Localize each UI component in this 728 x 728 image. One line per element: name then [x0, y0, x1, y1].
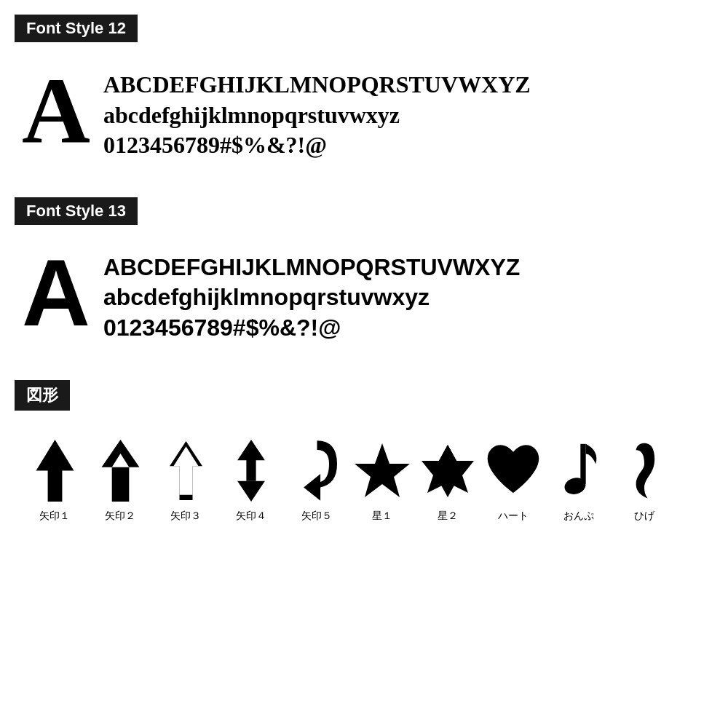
shapes-grid: 矢印１ 矢印２ 矢印３: [15, 424, 713, 530]
shape-item-arrow1: 矢印１: [22, 438, 87, 523]
font-style-13-demo: A ABCDEFGHIJKLMNOPQRSTUVWXYZ abcdefghijk…: [15, 238, 713, 358]
star2-icon: [419, 438, 477, 504]
arrow2-icon: [91, 438, 149, 504]
font-13-lowercase: abcdefghijklmnopqrstuvwxyz: [103, 282, 520, 313]
font-style-12-demo: A ABCDEFGHIJKLMNOPQRSTUVWXYZ abcdefghijk…: [15, 55, 713, 175]
font-style-12-section: Font Style 12 A ABCDEFGHIJKLMNOPQRSTUVWX…: [15, 15, 713, 175]
heart-icon: [484, 438, 542, 504]
svg-rect-11: [580, 444, 585, 484]
shapes-section: 図形 矢印１ 矢印２: [15, 380, 713, 530]
shape-item-arrow2: 矢印２: [87, 438, 153, 523]
font-13-numbers: 0123456789#$%&?!@: [103, 313, 520, 344]
shape-item-mustache: ひげ: [612, 438, 677, 523]
star2-label: 星２: [438, 510, 458, 523]
svg-marker-6: [237, 481, 265, 502]
font-12-chars: ABCDEFGHIJKLMNOPQRSTUVWXYZ abcdefghijklm…: [103, 63, 531, 161]
font-style-12-label: Font Style 12: [15, 15, 138, 42]
font-style-13-label: Font Style 13: [15, 197, 138, 225]
arrow2-label: 矢印２: [105, 510, 135, 523]
svg-marker-5: [237, 440, 265, 481]
shape-item-heart: ハート: [480, 438, 546, 523]
font-13-uppercase: ABCDEFGHIJKLMNOPQRSTUVWXYZ: [103, 253, 520, 283]
arrow1-icon: [25, 438, 84, 504]
arrow5-label: 矢印５: [301, 510, 332, 523]
heart-label: ハート: [498, 510, 529, 523]
font-style-13-section: Font Style 13 A ABCDEFGHIJKLMNOPQRSTUVWX…: [15, 197, 713, 358]
shape-item-music: おんぷ: [546, 438, 612, 523]
shapes-label: 図形: [15, 380, 70, 411]
font-13-chars: ABCDEFGHIJKLMNOPQRSTUVWXYZ abcdefghijklm…: [103, 245, 520, 344]
arrow5-icon: [288, 438, 346, 504]
font-12-numbers: 0123456789#$%&?!@: [103, 130, 531, 161]
font-12-uppercase: ABCDEFGHIJKLMNOPQRSTUVWXYZ: [103, 70, 531, 100]
arrow3-label: 矢印３: [170, 510, 201, 523]
arrow3-icon: [157, 438, 215, 504]
font-12-lowercase: abcdefghijklmnopqrstuvwxyz: [103, 100, 531, 131]
mustache-icon: [615, 438, 673, 504]
star1-icon: [353, 438, 411, 504]
shape-item-arrow3: 矢印３: [153, 438, 218, 523]
music-icon: [550, 438, 608, 504]
star1-label: 星１: [372, 510, 392, 523]
shape-item-star2: 星２: [415, 438, 480, 523]
shape-item-star1: 星１: [349, 438, 415, 523]
shape-item-arrow5: 矢印５: [284, 438, 349, 523]
arrow1-label: 矢印１: [39, 510, 70, 523]
arrow4-icon: [222, 438, 280, 504]
svg-marker-1: [101, 440, 139, 502]
mustache-label: ひげ: [634, 510, 654, 523]
font-13-big-letter: A: [22, 245, 90, 340]
svg-marker-0: [36, 440, 74, 502]
font-12-big-letter: A: [22, 63, 90, 157]
svg-marker-4: [173, 446, 198, 495]
shape-item-arrow4: 矢印４: [218, 438, 284, 523]
music-label: おんぷ: [563, 510, 594, 523]
svg-marker-7: [355, 443, 410, 497]
arrow4-label: 矢印４: [236, 510, 266, 523]
